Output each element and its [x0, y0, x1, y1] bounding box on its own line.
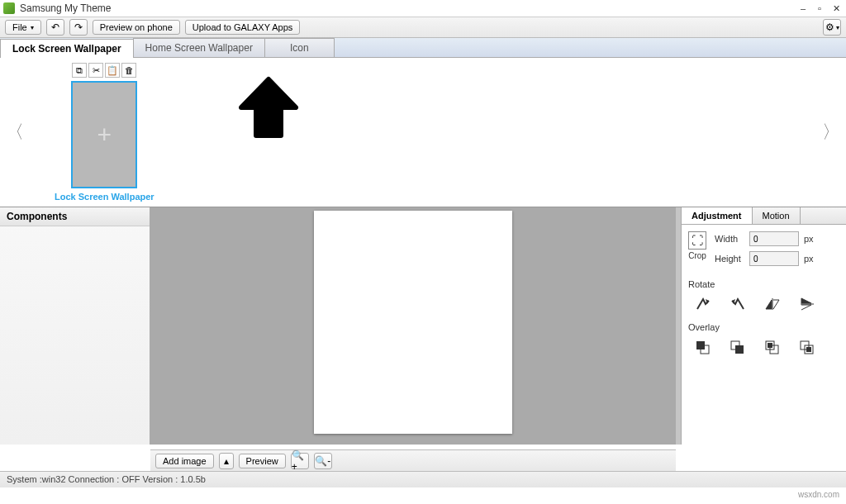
thumbnail-toolbar: ⧉ ✂ 📋 🗑: [72, 63, 136, 78]
app-icon: [3, 2, 15, 14]
redo-button[interactable]: ↷: [69, 19, 88, 36]
width-input[interactable]: [749, 231, 799, 246]
components-panel: Components: [0, 207, 150, 445]
thumbnail-group: ⧉ ✂ 📋 🗑 + Lock Screen Wallpaper: [55, 63, 154, 202]
footer-text: wsxdn.com: [798, 490, 839, 499]
height-input[interactable]: [749, 251, 799, 266]
status-bar: System :win32 Connection : OFF Version :…: [0, 471, 846, 487]
canvas-area: [150, 207, 676, 445]
copy-icon[interactable]: ⧉: [72, 63, 87, 78]
svg-rect-6: [768, 343, 772, 348]
settings-button[interactable]: ⚙▾: [823, 19, 841, 36]
maximize-button[interactable]: ▫: [813, 2, 826, 14]
rotate-cw-icon[interactable]: [692, 294, 715, 314]
delete-icon[interactable]: 🗑: [121, 63, 136, 78]
carousel-next-button[interactable]: 〉: [816, 120, 846, 145]
annotation-arrow-icon: [231, 74, 306, 140]
properties-panel: Adjustment Motion ⛶ Crop Width px Height: [681, 207, 846, 445]
file-menu-button[interactable]: File: [5, 20, 41, 35]
overlay-label: Overlay: [688, 322, 839, 332]
preview-on-phone-button[interactable]: Preview on phone: [93, 20, 180, 35]
svg-rect-3: [735, 345, 744, 354]
flip-vertical-icon[interactable]: [796, 294, 819, 314]
preview-button[interactable]: Preview: [239, 454, 286, 468]
overlay-tools: [688, 337, 839, 357]
lower-workspace: Components Adjustment Motion ⛶ Crop Widt…: [0, 207, 846, 445]
unit-label: px: [804, 254, 814, 264]
cut-icon[interactable]: ✂: [88, 63, 103, 78]
tab-lock-screen[interactable]: Lock Screen Wallpaper: [0, 39, 134, 58]
title-bar: Samsung My Theme – ▫ ✕: [0, 0, 846, 17]
window-controls: – ▫ ✕: [796, 2, 843, 14]
editor-canvas[interactable]: [314, 211, 512, 434]
svg-rect-9: [806, 347, 811, 352]
properties-body: ⛶ Crop Width px Height px Rotat: [682, 225, 846, 364]
unit-label: px: [804, 234, 814, 244]
rotate-tools: [688, 294, 839, 314]
upload-galaxy-button[interactable]: Upload to GALAXY Apps: [185, 20, 301, 35]
tab-motion[interactable]: Motion: [753, 207, 801, 224]
add-image-button[interactable]: Add image: [155, 454, 214, 468]
flip-horizontal-icon[interactable]: [761, 294, 784, 314]
width-label: Width: [715, 234, 744, 244]
paste-icon[interactable]: 📋: [105, 63, 120, 78]
minimize-button[interactable]: –: [796, 2, 810, 14]
main-tabs: Lock Screen Wallpaper Home Screen Wallpa…: [0, 38, 846, 58]
crop-group: ⛶ Crop: [688, 231, 706, 260]
main-toolbar: File ↶ ↷ Preview on phone Upload to GALA…: [0, 17, 846, 38]
window-title: Samsung My Theme: [20, 2, 112, 14]
close-button[interactable]: ✕: [829, 2, 843, 14]
canvas-toolbar: Add image ▴ Preview 🔍+ 🔍-: [150, 449, 676, 471]
height-label: Height: [715, 254, 744, 264]
properties-tabs: Adjustment Motion: [682, 207, 846, 225]
rotate-label: Rotate: [688, 279, 839, 289]
tab-icon[interactable]: Icon: [264, 38, 335, 57]
thumbnail-add[interactable]: +: [71, 81, 137, 188]
tab-adjustment[interactable]: Adjustment: [682, 207, 753, 224]
crop-label: Crop: [688, 251, 706, 260]
rotate-ccw-icon[interactable]: [726, 294, 749, 314]
bring-forward-icon[interactable]: [726, 337, 749, 357]
tab-home-screen[interactable]: Home Screen Wallpaper: [133, 38, 265, 57]
components-header: Components: [0, 207, 150, 226]
thumbnail-label[interactable]: Lock Screen Wallpaper: [55, 192, 154, 202]
send-back-icon[interactable]: [796, 337, 819, 357]
footer: wsxdn.com: [0, 487, 846, 504]
send-backward-icon[interactable]: [761, 337, 784, 357]
status-text: System :win32 Connection : OFF Version :…: [7, 474, 206, 484]
zoom-in-button[interactable]: 🔍+: [291, 453, 309, 469]
crop-icon[interactable]: ⛶: [688, 231, 706, 250]
add-image-dropdown[interactable]: ▴: [219, 453, 234, 469]
carousel: 〈 ⧉ ✂ 📋 🗑 + Lock Screen Wallpaper 〉: [0, 58, 846, 207]
undo-button[interactable]: ↶: [46, 19, 64, 36]
zoom-out-button[interactable]: 🔍-: [314, 453, 332, 469]
bring-front-icon[interactable]: [692, 337, 715, 357]
carousel-prev-button[interactable]: 〈: [0, 120, 30, 145]
